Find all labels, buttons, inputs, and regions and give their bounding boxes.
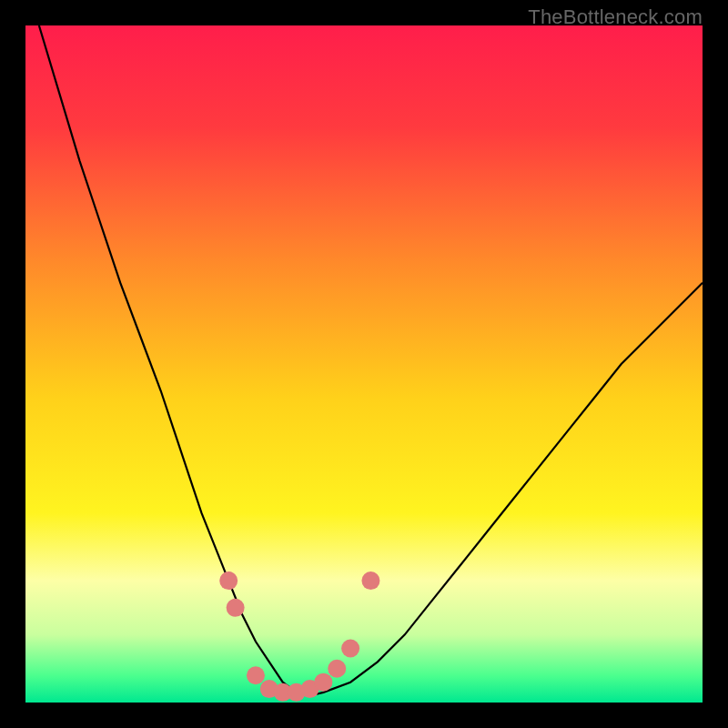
highlight-point (227, 599, 245, 617)
highlight-point (219, 571, 238, 590)
watermark-text: TheBottleneck.com (528, 5, 703, 29)
chart-svg (25, 25, 703, 703)
plot-area (25, 25, 703, 703)
highlight-point (328, 660, 346, 678)
highlight-point (361, 571, 379, 590)
highlight-point (247, 666, 265, 684)
gradient-background (25, 25, 703, 703)
highlight-point (314, 673, 332, 692)
highlight-point (341, 639, 359, 657)
chart-outer-frame: TheBottleneck.com (0, 0, 728, 728)
